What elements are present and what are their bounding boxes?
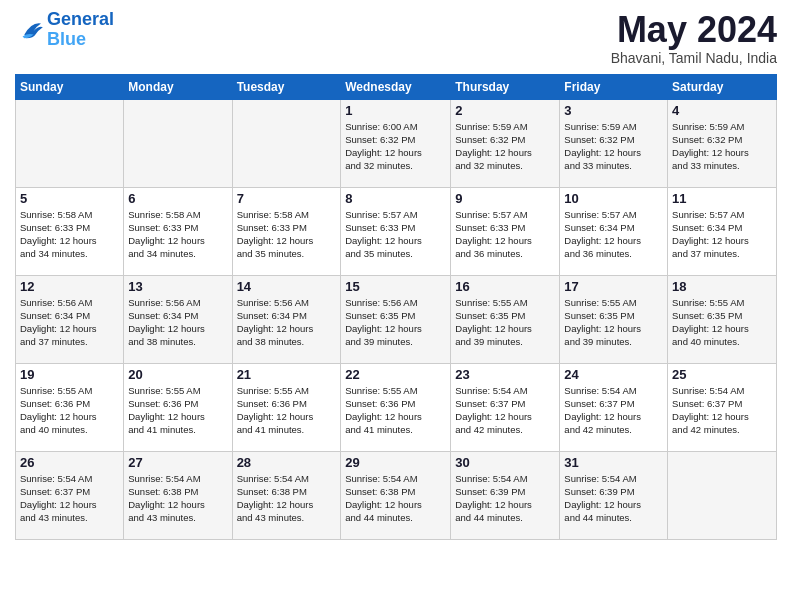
weekday-header: Wednesday	[341, 74, 451, 99]
title-block: May 2024 Bhavani, Tamil Nadu, India	[611, 10, 777, 66]
day-number: 9	[455, 191, 555, 206]
day-number: 25	[672, 367, 772, 382]
day-info: Sunrise: 5:57 AMSunset: 6:33 PMDaylight:…	[455, 208, 555, 261]
logo: GeneralBlue	[15, 10, 114, 50]
calendar-cell: 11Sunrise: 5:57 AMSunset: 6:34 PMDayligh…	[668, 187, 777, 275]
day-number: 16	[455, 279, 555, 294]
day-number: 29	[345, 455, 446, 470]
day-info: Sunrise: 5:55 AMSunset: 6:35 PMDaylight:…	[564, 296, 663, 349]
day-number: 13	[128, 279, 227, 294]
day-info: Sunrise: 5:56 AMSunset: 6:34 PMDaylight:…	[20, 296, 119, 349]
logo-icon	[15, 18, 43, 42]
calendar-cell: 19Sunrise: 5:55 AMSunset: 6:36 PMDayligh…	[16, 363, 124, 451]
day-info: Sunrise: 5:54 AMSunset: 6:39 PMDaylight:…	[564, 472, 663, 525]
page-header: GeneralBlue May 2024 Bhavani, Tamil Nadu…	[15, 10, 777, 66]
month-title: May 2024	[611, 10, 777, 50]
day-info: Sunrise: 5:57 AMSunset: 6:34 PMDaylight:…	[564, 208, 663, 261]
calendar-cell: 28Sunrise: 5:54 AMSunset: 6:38 PMDayligh…	[232, 451, 341, 539]
logo-text: GeneralBlue	[47, 10, 114, 50]
calendar-body: 1Sunrise: 6:00 AMSunset: 6:32 PMDaylight…	[16, 99, 777, 539]
day-info: Sunrise: 5:59 AMSunset: 6:32 PMDaylight:…	[455, 120, 555, 173]
calendar-cell: 7Sunrise: 5:58 AMSunset: 6:33 PMDaylight…	[232, 187, 341, 275]
day-info: Sunrise: 5:54 AMSunset: 6:37 PMDaylight:…	[672, 384, 772, 437]
day-number: 4	[672, 103, 772, 118]
day-info: Sunrise: 5:58 AMSunset: 6:33 PMDaylight:…	[237, 208, 337, 261]
day-number: 2	[455, 103, 555, 118]
calendar-cell: 18Sunrise: 5:55 AMSunset: 6:35 PMDayligh…	[668, 275, 777, 363]
weekday-header: Thursday	[451, 74, 560, 99]
calendar-cell: 8Sunrise: 5:57 AMSunset: 6:33 PMDaylight…	[341, 187, 451, 275]
day-info: Sunrise: 5:54 AMSunset: 6:38 PMDaylight:…	[345, 472, 446, 525]
weekday-header: Friday	[560, 74, 668, 99]
calendar-cell: 1Sunrise: 6:00 AMSunset: 6:32 PMDaylight…	[341, 99, 451, 187]
weekday-header: Tuesday	[232, 74, 341, 99]
calendar-cell: 25Sunrise: 5:54 AMSunset: 6:37 PMDayligh…	[668, 363, 777, 451]
day-number: 23	[455, 367, 555, 382]
calendar-cell: 6Sunrise: 5:58 AMSunset: 6:33 PMDaylight…	[124, 187, 232, 275]
day-number: 21	[237, 367, 337, 382]
weekday-header: Saturday	[668, 74, 777, 99]
calendar-cell: 13Sunrise: 5:56 AMSunset: 6:34 PMDayligh…	[124, 275, 232, 363]
weekday-header: Sunday	[16, 74, 124, 99]
day-info: Sunrise: 5:55 AMSunset: 6:36 PMDaylight:…	[237, 384, 337, 437]
day-info: Sunrise: 5:59 AMSunset: 6:32 PMDaylight:…	[564, 120, 663, 173]
day-info: Sunrise: 5:57 AMSunset: 6:34 PMDaylight:…	[672, 208, 772, 261]
day-info: Sunrise: 5:54 AMSunset: 6:38 PMDaylight:…	[237, 472, 337, 525]
day-info: Sunrise: 6:00 AMSunset: 6:32 PMDaylight:…	[345, 120, 446, 173]
calendar-cell: 17Sunrise: 5:55 AMSunset: 6:35 PMDayligh…	[560, 275, 668, 363]
day-number: 30	[455, 455, 555, 470]
day-info: Sunrise: 5:56 AMSunset: 6:35 PMDaylight:…	[345, 296, 446, 349]
calendar-cell: 20Sunrise: 5:55 AMSunset: 6:36 PMDayligh…	[124, 363, 232, 451]
day-number: 19	[20, 367, 119, 382]
day-number: 1	[345, 103, 446, 118]
day-info: Sunrise: 5:57 AMSunset: 6:33 PMDaylight:…	[345, 208, 446, 261]
calendar-week-row: 12Sunrise: 5:56 AMSunset: 6:34 PMDayligh…	[16, 275, 777, 363]
day-number: 3	[564, 103, 663, 118]
calendar-cell: 27Sunrise: 5:54 AMSunset: 6:38 PMDayligh…	[124, 451, 232, 539]
day-info: Sunrise: 5:54 AMSunset: 6:38 PMDaylight:…	[128, 472, 227, 525]
calendar-cell: 24Sunrise: 5:54 AMSunset: 6:37 PMDayligh…	[560, 363, 668, 451]
day-number: 27	[128, 455, 227, 470]
day-number: 26	[20, 455, 119, 470]
day-number: 15	[345, 279, 446, 294]
calendar-cell	[124, 99, 232, 187]
day-info: Sunrise: 5:55 AMSunset: 6:36 PMDaylight:…	[20, 384, 119, 437]
location: Bhavani, Tamil Nadu, India	[611, 50, 777, 66]
day-info: Sunrise: 5:54 AMSunset: 6:37 PMDaylight:…	[564, 384, 663, 437]
calendar-cell: 30Sunrise: 5:54 AMSunset: 6:39 PMDayligh…	[451, 451, 560, 539]
calendar-week-row: 5Sunrise: 5:58 AMSunset: 6:33 PMDaylight…	[16, 187, 777, 275]
calendar-cell: 22Sunrise: 5:55 AMSunset: 6:36 PMDayligh…	[341, 363, 451, 451]
day-number: 14	[237, 279, 337, 294]
calendar-cell: 12Sunrise: 5:56 AMSunset: 6:34 PMDayligh…	[16, 275, 124, 363]
calendar-cell	[16, 99, 124, 187]
calendar-cell: 29Sunrise: 5:54 AMSunset: 6:38 PMDayligh…	[341, 451, 451, 539]
calendar-cell: 10Sunrise: 5:57 AMSunset: 6:34 PMDayligh…	[560, 187, 668, 275]
calendar-cell	[668, 451, 777, 539]
calendar-table: SundayMondayTuesdayWednesdayThursdayFrid…	[15, 74, 777, 540]
calendar-cell: 16Sunrise: 5:55 AMSunset: 6:35 PMDayligh…	[451, 275, 560, 363]
calendar-cell: 4Sunrise: 5:59 AMSunset: 6:32 PMDaylight…	[668, 99, 777, 187]
calendar-cell: 14Sunrise: 5:56 AMSunset: 6:34 PMDayligh…	[232, 275, 341, 363]
day-number: 11	[672, 191, 772, 206]
calendar-cell: 23Sunrise: 5:54 AMSunset: 6:37 PMDayligh…	[451, 363, 560, 451]
day-number: 18	[672, 279, 772, 294]
calendar-cell: 3Sunrise: 5:59 AMSunset: 6:32 PMDaylight…	[560, 99, 668, 187]
day-number: 10	[564, 191, 663, 206]
day-info: Sunrise: 5:59 AMSunset: 6:32 PMDaylight:…	[672, 120, 772, 173]
day-number: 5	[20, 191, 119, 206]
calendar-cell: 31Sunrise: 5:54 AMSunset: 6:39 PMDayligh…	[560, 451, 668, 539]
day-info: Sunrise: 5:55 AMSunset: 6:35 PMDaylight:…	[672, 296, 772, 349]
day-info: Sunrise: 5:56 AMSunset: 6:34 PMDaylight:…	[128, 296, 227, 349]
calendar-cell: 15Sunrise: 5:56 AMSunset: 6:35 PMDayligh…	[341, 275, 451, 363]
day-number: 24	[564, 367, 663, 382]
day-info: Sunrise: 5:54 AMSunset: 6:37 PMDaylight:…	[20, 472, 119, 525]
calendar-header: SundayMondayTuesdayWednesdayThursdayFrid…	[16, 74, 777, 99]
weekday-header: Monday	[124, 74, 232, 99]
calendar-week-row: 1Sunrise: 6:00 AMSunset: 6:32 PMDaylight…	[16, 99, 777, 187]
calendar-cell	[232, 99, 341, 187]
day-info: Sunrise: 5:55 AMSunset: 6:36 PMDaylight:…	[345, 384, 446, 437]
day-number: 6	[128, 191, 227, 206]
day-number: 12	[20, 279, 119, 294]
day-number: 22	[345, 367, 446, 382]
day-number: 17	[564, 279, 663, 294]
